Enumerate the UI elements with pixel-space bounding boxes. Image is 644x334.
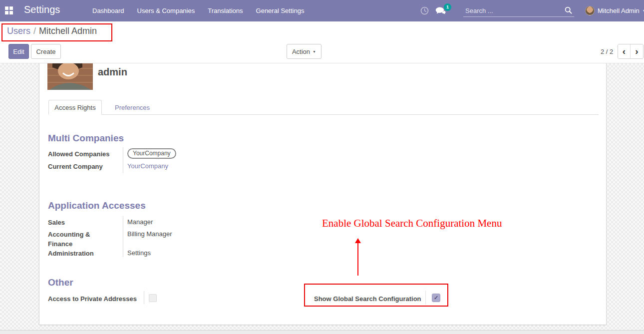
menu-item-translations[interactable]: Translations <box>208 7 243 14</box>
action-dropdown-button[interactable]: Action ▼ <box>287 44 322 59</box>
accounting-access-value[interactable]: Billing Manager <box>127 230 172 238</box>
breadcrumb-separator: / <box>33 26 36 36</box>
create-button[interactable]: Create <box>31 44 61 59</box>
user-name: Mitchell Admin <box>598 7 640 14</box>
administration-access-label: Administration <box>48 249 94 258</box>
group-separator <box>144 291 144 304</box>
top-navbar: Settings Dashboard Users & Companies Tra… <box>0 0 644 21</box>
private-addresses-checkbox[interactable] <box>149 294 157 302</box>
tab-access-rights[interactable]: Access Rights <box>48 100 102 115</box>
pager-next-button[interactable]: › <box>631 44 643 58</box>
main-menu: Dashboard Users & Companies Translations… <box>92 0 304 21</box>
user-menu[interactable]: Mitchell Admin ▼ <box>585 0 644 21</box>
search-input[interactable] <box>463 5 558 16</box>
bottom-status-bar <box>0 330 644 334</box>
global-search-highlight-box <box>304 284 448 307</box>
annotation-text: Enable Global Search Configuration Menu <box>322 217 502 230</box>
action-label: Action <box>292 48 310 55</box>
messages-count-badge[interactable]: 1 <box>444 3 451 11</box>
chevron-down-icon: ▼ <box>313 50 316 53</box>
global-search <box>463 5 574 17</box>
tab-preferences[interactable]: Preferences <box>109 100 156 115</box>
menu-item-users-companies[interactable]: Users & Companies <box>137 7 195 14</box>
annotation-arrow-line <box>357 243 358 276</box>
menu-item-dashboard[interactable]: Dashboard <box>92 7 124 14</box>
user-login-title: admin <box>98 66 127 78</box>
menu-item-general-settings[interactable]: General Settings <box>256 7 305 14</box>
accounting-access-label: Accounting & Finance <box>48 230 104 249</box>
app-title[interactable]: Settings <box>24 4 60 15</box>
section-heading-application-accesses: Application Accesses <box>48 200 146 211</box>
form-sheet: admin Access Rights Preferences Multi Co… <box>39 63 607 325</box>
odoo-settings-user-form-screen: Settings Dashboard Users & Companies Tra… <box>0 0 644 334</box>
search-icon[interactable] <box>565 6 572 16</box>
current-company-link[interactable]: YourCompany <box>127 162 168 170</box>
breadcrumb-users-link[interactable]: Users <box>7 26 30 36</box>
breadcrumb: Users/Mitchell Admin <box>7 26 97 36</box>
annotation-arrow-icon <box>355 238 361 243</box>
sales-access-value[interactable]: Manager <box>127 218 153 226</box>
group-separator <box>123 147 123 173</box>
apps-grid-icon[interactable] <box>5 6 13 14</box>
group-separator <box>123 216 123 257</box>
administration-access-value[interactable]: Settings <box>127 249 151 257</box>
section-heading-multi-companies: Multi Companies <box>48 133 124 144</box>
pager-previous-button[interactable]: ‹ <box>618 44 631 58</box>
pager: ‹ › <box>618 44 644 59</box>
private-addresses-label: Access to Private Addresses <box>48 294 137 304</box>
activities-clock-icon[interactable] <box>420 6 429 17</box>
form-view-background: admin Access Rights Preferences Multi Co… <box>0 63 644 331</box>
control-panel: Users/Mitchell Admin Edit Create Action … <box>0 21 644 63</box>
sales-access-label: Sales <box>48 218 65 227</box>
edit-button[interactable]: Edit <box>8 44 29 59</box>
user-avatar <box>585 6 595 15</box>
current-company-label: Current Company <box>48 162 103 171</box>
user-photo <box>47 63 93 90</box>
section-heading-other: Other <box>48 277 73 288</box>
allowed-companies-label: Allowed Companies <box>48 149 110 159</box>
pager-counter: 2 / 2 <box>601 48 613 55</box>
breadcrumb-current: Mitchell Admin <box>39 26 97 36</box>
allowed-companies-tag[interactable]: YourCompany <box>127 148 176 159</box>
